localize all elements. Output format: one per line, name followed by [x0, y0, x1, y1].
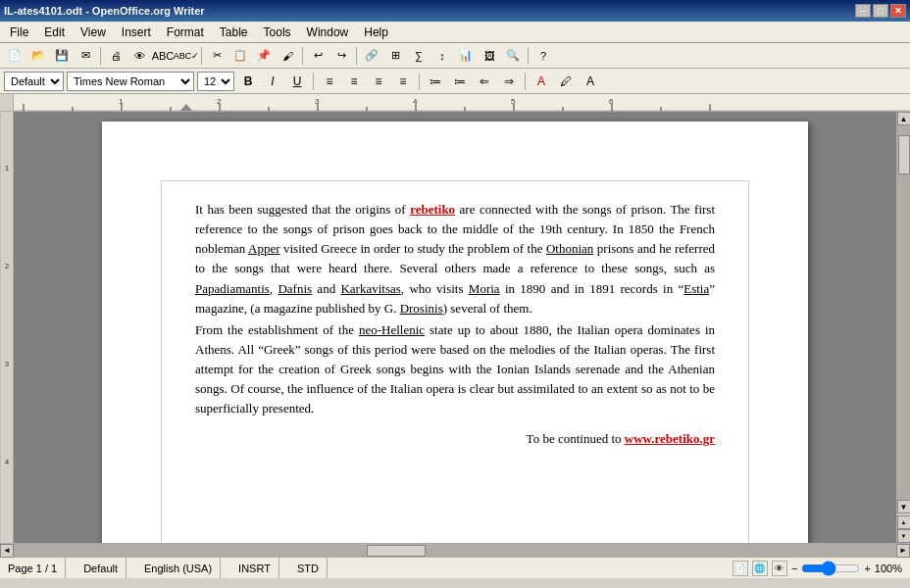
- spell2-button[interactable]: ABC✓: [176, 45, 197, 67]
- svg-marker-22: [180, 104, 192, 111]
- zoom-minus[interactable]: −: [791, 563, 797, 574]
- italic-button[interactable]: I: [262, 71, 283, 92]
- svg-text:6: 6: [609, 97, 614, 106]
- page-count: Page 1 / 1: [0, 558, 66, 578]
- open-button[interactable]: 📂: [27, 45, 49, 67]
- menu-table[interactable]: Table: [212, 24, 256, 41]
- ruler: 1 2 3 4 5 6: [0, 94, 910, 112]
- menu-edit[interactable]: Edit: [36, 24, 73, 41]
- separator4: [356, 47, 357, 65]
- maximize-button[interactable]: □: [873, 4, 888, 18]
- list-unordered-button[interactable]: ≔: [425, 71, 446, 92]
- std-mode[interactable]: STD: [289, 558, 328, 578]
- style-name: Default: [76, 558, 126, 578]
- menu-view[interactable]: View: [73, 24, 114, 41]
- view-web-button[interactable]: 🌐: [752, 561, 768, 576]
- menu-insert[interactable]: Insert: [114, 24, 159, 41]
- menu-window[interactable]: Window: [299, 24, 357, 41]
- menu-help[interactable]: Help: [356, 24, 396, 41]
- highlight-button[interactable]: 🖊: [555, 71, 577, 92]
- separator5: [528, 47, 529, 65]
- view-normal-button[interactable]: 📄: [733, 561, 748, 576]
- save-button[interactable]: 💾: [51, 45, 73, 67]
- undo-button[interactable]: ↩: [307, 45, 329, 67]
- page-border: [161, 180, 749, 543]
- close-button[interactable]: ✕: [890, 4, 906, 18]
- titlebar-title: IL-ates4101.odt - OpenOffice.org Writer: [4, 5, 205, 17]
- separator1: [100, 47, 101, 65]
- menu-file[interactable]: File: [2, 24, 36, 41]
- titlebar: IL-ates4101.odt - OpenOffice.org Writer …: [0, 0, 910, 22]
- indent-decrease-button[interactable]: ⇐: [474, 71, 495, 92]
- menu-format[interactable]: Format: [159, 24, 212, 41]
- scroll-small-up[interactable]: ▲: [897, 515, 911, 529]
- ruler-content: 1 2 3 4 5 6: [14, 94, 910, 111]
- font-color-button[interactable]: A: [531, 71, 552, 92]
- spell-button[interactable]: ABC: [152, 45, 174, 67]
- align-right-button[interactable]: ≡: [368, 71, 389, 92]
- email-button[interactable]: ✉: [75, 45, 96, 67]
- separator8: [525, 73, 526, 90]
- svg-text:2: 2: [5, 262, 10, 270]
- statusbar: Page 1 / 1 Default English (USA) INSRT S…: [0, 557, 910, 578]
- menubar: File Edit View Insert Format Table Tools…: [0, 22, 910, 43]
- hscroll-track[interactable]: [14, 544, 896, 558]
- language-name: English (USA): [136, 558, 221, 578]
- graphic-button[interactable]: 🖼: [479, 45, 500, 67]
- paste-button[interactable]: 📌: [253, 45, 275, 67]
- redo-button[interactable]: ↪: [330, 45, 352, 67]
- format-paint-button[interactable]: 🖌: [277, 45, 298, 67]
- hscroll-right-button[interactable]: ►: [896, 544, 910, 558]
- underline-button[interactable]: U: [286, 71, 308, 92]
- font-select[interactable]: Times New Roman: [67, 72, 194, 91]
- svg-text:2: 2: [217, 97, 222, 106]
- svg-text:4: 4: [413, 97, 418, 106]
- scroll-small-down[interactable]: ▼: [897, 529, 911, 543]
- table-button[interactable]: ⊞: [384, 45, 406, 67]
- svg-text:5: 5: [511, 97, 516, 106]
- svg-text:3: 3: [5, 360, 10, 368]
- size-select[interactable]: 12: [197, 72, 234, 91]
- document-viewport[interactable]: It has been suggested that the origins o…: [14, 112, 896, 543]
- vertical-scrollbar[interactable]: ▲ ▼ ▲ ▼: [896, 112, 910, 543]
- style-select[interactable]: Default: [4, 72, 64, 91]
- scroll-up-button[interactable]: ▲: [897, 112, 911, 125]
- scroll-track[interactable]: [897, 125, 911, 500]
- align-justify-button[interactable]: ≡: [392, 71, 414, 92]
- menu-tools[interactable]: Tools: [256, 24, 299, 41]
- indent-increase-button[interactable]: ⇒: [498, 71, 520, 92]
- view-readonly-button[interactable]: 👁: [772, 561, 787, 576]
- new-button[interactable]: 📄: [4, 45, 25, 67]
- zoom-plus[interactable]: +: [864, 563, 870, 574]
- align-left-button[interactable]: ≡: [319, 71, 340, 92]
- formatting-bar: Default Times New Roman 12 B I U ≡ ≡ ≡ ≡…: [0, 69, 910, 94]
- svg-text:4: 4: [5, 458, 10, 466]
- svg-text:1: 1: [5, 164, 10, 172]
- hscroll-left-button[interactable]: ◄: [0, 544, 14, 558]
- show-functions-button[interactable]: ∑: [408, 45, 430, 67]
- cut-button[interactable]: ✂: [206, 45, 228, 67]
- align-center-button[interactable]: ≡: [343, 71, 365, 92]
- preview-button[interactable]: 👁: [128, 45, 150, 67]
- find-button[interactable]: 🔍: [502, 45, 524, 67]
- left-ruler: 1 2 3 4: [0, 112, 14, 543]
- zoom-slider[interactable]: [801, 561, 860, 576]
- minimize-button[interactable]: ─: [855, 4, 871, 18]
- copy-button[interactable]: 📋: [229, 45, 251, 67]
- bold-button[interactable]: B: [237, 71, 259, 92]
- scroll-thumb[interactable]: [898, 135, 910, 174]
- hyperlink-button[interactable]: 🔗: [361, 45, 382, 67]
- zoom-level: 100%: [875, 563, 902, 574]
- separator2: [201, 47, 202, 65]
- char-format-button[interactable]: A: [580, 71, 601, 92]
- sort-button[interactable]: ↕: [431, 45, 453, 67]
- titlebar-controls[interactable]: ─ □ ✕: [855, 4, 906, 18]
- print-button[interactable]: 🖨: [105, 45, 126, 67]
- help-button[interactable]: ?: [532, 45, 554, 67]
- list-ordered-button[interactable]: ≔: [449, 71, 471, 92]
- chart-button[interactable]: 📊: [455, 45, 477, 67]
- horizontal-scrollbar[interactable]: ◄ ►: [0, 543, 910, 557]
- insert-mode[interactable]: INSRT: [230, 558, 279, 578]
- scroll-down-button[interactable]: ▼: [897, 500, 911, 514]
- hscroll-thumb[interactable]: [367, 545, 426, 557]
